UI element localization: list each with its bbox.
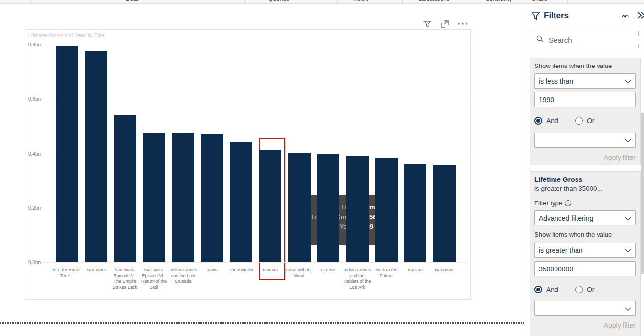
- condition-dropdown[interactable]: is greater than: [534, 243, 636, 258]
- y-axis-tick-label: 0,8bn: [28, 42, 50, 47]
- chevron-down-icon: [625, 77, 631, 85]
- or-radio[interactable]: [575, 117, 583, 125]
- apply-filter-button[interactable]: Apply filter: [534, 321, 636, 329]
- condition-dropdown[interactable]: is less than: [534, 73, 636, 89]
- magnifier-icon: [536, 35, 544, 45]
- bar[interactable]: [375, 158, 398, 262]
- x-axis-category-label: Star Wars: Episode V - The Empire Strike…: [111, 268, 140, 290]
- filter-search-box[interactable]: [530, 31, 639, 48]
- y-axis-tick-label: 0,2bn: [28, 205, 50, 210]
- bar[interactable]: [230, 142, 252, 262]
- x-axis-category-label: Star Wars: [81, 268, 111, 273]
- bar[interactable]: [114, 115, 136, 262]
- bar[interactable]: [288, 153, 311, 262]
- x-axis-category-label: Jaws: [198, 268, 227, 273]
- ribbon-tab-data[interactable]: Data: [126, 0, 138, 2]
- and-radio[interactable]: [534, 117, 542, 125]
- gridline: [42, 45, 468, 45]
- condition-value-input[interactable]: [534, 92, 636, 107]
- x-axis-category-label: Indiana Jones and the Last Crusade: [168, 268, 198, 285]
- condition-dropdown-value: is greater than: [539, 246, 583, 254]
- second-condition-dropdown[interactable]: [534, 301, 636, 316]
- bar[interactable]: [56, 46, 78, 262]
- gridline: [42, 262, 468, 263]
- or-radio-label: Or: [587, 117, 595, 125]
- bar-chart-visual[interactable]: Lifetime Gross and Year by Title Title B…: [25, 29, 471, 300]
- chevron-down-icon: [625, 305, 631, 313]
- and-radio-label: And: [546, 286, 558, 293]
- collapse-pane-double-chevron-right-icon[interactable]: [636, 11, 644, 22]
- y-axis-tick-label: 0,0bn: [28, 260, 50, 265]
- ribbon-separator: [337, 0, 338, 4]
- and-radio[interactable]: [534, 286, 542, 293]
- focus-mode-expand-icon[interactable]: [440, 20, 449, 31]
- filter-type-dropdown[interactable]: Advanced filtering: [534, 210, 636, 225]
- or-radio[interactable]: [575, 286, 583, 293]
- filters-pane-title: Filters: [544, 11, 569, 21]
- visual-filter-funnel-icon[interactable]: [422, 19, 432, 31]
- second-condition-dropdown[interactable]: [534, 133, 636, 148]
- x-axis-category-label: Back to the Future: [372, 268, 401, 279]
- bar[interactable]: [404, 164, 426, 262]
- x-axis-category-label: Top Gun: [400, 268, 430, 273]
- y-axis-tick-label: 0,4bn: [28, 151, 50, 156]
- ribbon-tab-share[interactable]: Share: [532, 0, 547, 2]
- y-axis-tick-label: 0,6bn: [28, 96, 50, 102]
- bar[interactable]: [259, 150, 281, 262]
- eye-icon[interactable]: [621, 12, 630, 22]
- ribbon-separator: [567, 0, 568, 4]
- x-axis-category-label: Batman: [255, 268, 285, 273]
- or-radio-label: Or: [587, 286, 595, 293]
- filter-summary: is greater than 35000...: [534, 185, 636, 192]
- and-radio-label: And: [546, 117, 558, 125]
- scrollbar-thumb[interactable]: [641, 113, 644, 274]
- ribbon-separator: [471, 0, 471, 4]
- chart-title: Lifetime Gross and Year by Title: [28, 32, 104, 38]
- ribbon-tab-sensitivity[interactable]: Sensitivity: [486, 0, 512, 2]
- filter-field-name: Lifetime Gross: [534, 176, 636, 183]
- x-axis-category-label: Indiana Jones and the Raiders of the Los…: [343, 268, 372, 290]
- filter-card-year: Show items when the value is less than A…: [530, 58, 641, 165]
- info-circle-icon: i: [565, 200, 571, 206]
- filters-pane: Filters Show items when the val: [524, 4, 644, 336]
- x-axis-category-label: Gone with the Wind: [285, 268, 314, 279]
- x-axis-category-label: Rain Man: [430, 268, 459, 273]
- show-items-label: Show items when the value: [534, 231, 636, 238]
- x-axis-category-label: Star Wars: Episode VI - Return of the Je…: [139, 268, 169, 290]
- x-axis-category-label: The Exorcist: [226, 268, 256, 273]
- x-axis-category-label: E.T. the Extra-Terre...: [52, 268, 82, 279]
- bar[interactable]: [201, 134, 223, 262]
- ribbon-separator: [244, 0, 245, 4]
- ribbon-strip: DataQueriesInsertCalculationsSensitivity…: [0, 0, 644, 4]
- chevron-down-icon: [625, 136, 631, 144]
- bar[interactable]: [317, 154, 339, 262]
- condition-dropdown-value: is less than: [539, 77, 573, 85]
- ribbon-tab-insert[interactable]: Insert: [353, 0, 368, 2]
- chevron-down-icon: [625, 214, 631, 222]
- condition-value-input[interactable]: [534, 261, 636, 276]
- filter-type-value: Advanced filtering: [539, 214, 593, 222]
- ribbon-tab-queries[interactable]: Queries: [268, 0, 289, 2]
- show-items-label: Show items when the value: [534, 62, 636, 69]
- bar[interactable]: [346, 156, 369, 262]
- x-axis-category-label: Grease: [313, 268, 343, 273]
- page-boundary-dotted-line: [0, 322, 524, 324]
- chevron-down-icon: [625, 246, 631, 254]
- bar[interactable]: [433, 165, 456, 262]
- ribbon-separator: [520, 0, 520, 4]
- ribbon-separator: [402, 0, 403, 4]
- ribbon-tab-calculations[interactable]: Calculations: [418, 0, 449, 2]
- apply-filter-button[interactable]: Apply filter: [534, 154, 636, 161]
- filters-funnel-icon: [531, 11, 540, 22]
- filter-card-lifetime-gross: Lifetime Gross is greater than 35000... …: [530, 171, 641, 336]
- search-input[interactable]: [549, 36, 644, 44]
- bar[interactable]: [172, 133, 194, 262]
- ribbon-separator: [30, 0, 31, 4]
- filter-type-label: Filter typei: [534, 200, 636, 207]
- app-window: DataQueriesInsertCalculationsSensitivity…: [0, 0, 644, 336]
- bar[interactable]: [143, 133, 165, 262]
- more-options-ellipsis-icon[interactable]: [457, 20, 468, 30]
- bar[interactable]: [85, 51, 107, 262]
